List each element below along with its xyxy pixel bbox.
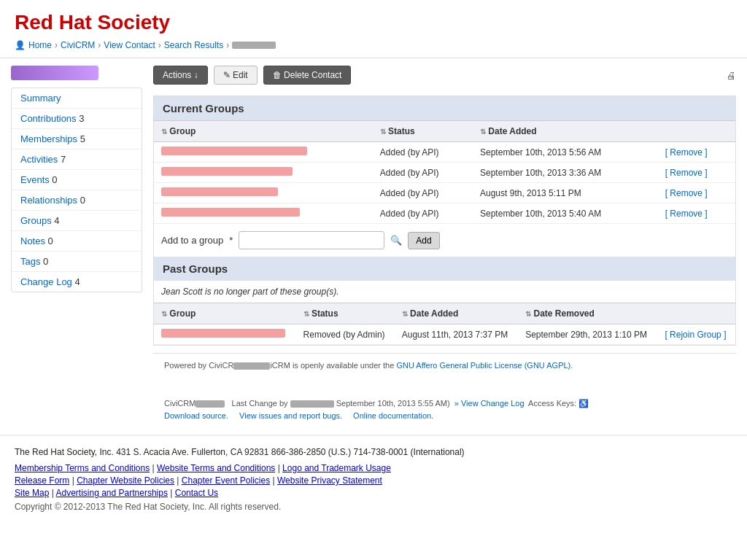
past-groups-table: ⇅ Group ⇅ Status ⇅ Date Added ⇅ Date Rem…	[154, 303, 735, 345]
action-cell[interactable]: [ Remove ]	[658, 203, 735, 224]
breadcrumb-search-results[interactable]: Search Results	[164, 40, 223, 50]
footer-links-row1: Membership Terms and Conditions | Websit…	[15, 463, 732, 473]
footer-sub-links: Download source. View issues and report …	[164, 411, 725, 420]
chapter-event-link[interactable]: Chapter Event Policies	[182, 475, 270, 486]
sidebar-item-summary[interactable]: Summary	[12, 88, 142, 109]
sidebar-item-events[interactable]: Events 0	[12, 170, 142, 190]
sitemap-link[interactable]: Site Map	[15, 488, 49, 498]
add-group-label: Add to a group	[161, 235, 223, 246]
copyright: Copyright © 2012-2013 The Red Hat Societ…	[15, 502, 732, 512]
contact-avatar	[11, 66, 98, 80]
past-col-date-removed: ⇅ Date Removed	[518, 303, 657, 324]
sidebar-item-activities[interactable]: Activities 7	[12, 149, 142, 170]
table-row: Removed (by Admin) August 11th, 2013 7:3…	[154, 324, 735, 345]
past-group-name-cell	[154, 324, 296, 345]
sidebar: Summary Contributions 3 Memberships 5 Ac…	[11, 66, 142, 427]
membership-terms-link[interactable]: Membership Terms and Conditions	[15, 463, 150, 473]
table-row: Added (by API) September 10th, 2013 5:56…	[154, 142, 735, 163]
action-cell[interactable]: [ Remove ]	[658, 142, 735, 163]
footer-links-row2: Release Form | Chapter Website Policies …	[15, 475, 732, 486]
required-marker: *	[229, 235, 233, 246]
breadcrumb-home[interactable]: Home	[28, 40, 52, 50]
col-status: ⇅ Status	[373, 121, 473, 142]
org-info: The Red Hat Society, Inc. 431 S. Acacia …	[15, 447, 732, 457]
view-changelog-link[interactable]: » View Change Log	[454, 399, 525, 408]
status-cell: Added (by API)	[373, 183, 473, 203]
past-status-cell: Removed (by Admin)	[296, 324, 395, 345]
footer-info-bar: Powered by CiviCRiCRM is openly availabl…	[153, 353, 736, 427]
toolbar: Actions ↓ ✎ Edit 🗑 Delete Contact 🖨	[153, 66, 736, 85]
sidebar-item-changelog[interactable]: Change Log 4	[12, 272, 142, 292]
chapter-website-link[interactable]: Chapter Website Policies	[77, 475, 174, 486]
add-group-row: Add to a group * 🔍 Add	[154, 224, 735, 257]
past-col-date-added: ⇅ Date Added	[395, 303, 518, 324]
actions-button[interactable]: Actions ↓	[153, 66, 208, 85]
sidebar-item-groups[interactable]: Groups 4	[12, 211, 142, 231]
add-group-input[interactable]	[239, 231, 384, 249]
sidebar-item-memberships[interactable]: Memberships 5	[12, 129, 142, 149]
search-icon: 🔍	[390, 235, 402, 246]
col-group: ⇅ Group	[154, 121, 373, 142]
past-col-action	[657, 303, 735, 324]
add-group-button[interactable]: Add	[408, 232, 439, 249]
group-name-cell	[154, 183, 373, 203]
status-cell: Added (by API)	[373, 142, 473, 163]
advertising-link[interactable]: Advertising and Partnerships	[56, 488, 168, 498]
date-added-cell: August 9th, 2013 5:11 PM	[473, 183, 658, 203]
edit-button[interactable]: ✎ Edit	[214, 66, 258, 85]
docs-link[interactable]: Online documentation.	[353, 411, 433, 420]
sidebar-item-notes[interactable]: Notes 0	[12, 231, 142, 252]
content-wrapper: Current Groups ⇅ Group ⇅ Status ⇅ Date A…	[153, 96, 736, 346]
past-action-cell[interactable]: [ Rejoin Group ]	[657, 324, 735, 345]
delete-contact-button[interactable]: 🗑 Delete Contact	[263, 66, 352, 85]
group-name-cell	[154, 163, 373, 183]
status-cell: Added (by API)	[373, 203, 473, 224]
header: Red Hat Society 👤 Home › CiviCRM › View …	[0, 0, 747, 58]
last-change-text: CiviCRM Last Change by September 10th, 2…	[164, 399, 589, 408]
privacy-statement-link[interactable]: Website Privacy Statement	[277, 475, 382, 486]
breadcrumb: 👤 Home › CiviCRM › View Contact › Search…	[15, 40, 732, 50]
current-groups-table: ⇅ Group ⇅ Status ⇅ Date Added Added (by …	[154, 120, 735, 224]
table-row: Added (by API) August 9th, 2013 5:11 PM …	[154, 183, 735, 203]
group-name-cell	[154, 142, 373, 163]
past-groups-header: Past Groups	[154, 257, 735, 281]
site-title: Red Hat Society	[15, 11, 732, 34]
sidebar-item-contributions[interactable]: Contributions 3	[12, 109, 142, 129]
col-action	[658, 121, 735, 142]
table-row: Added (by API) September 10th, 2013 3:36…	[154, 163, 735, 183]
license-link[interactable]: GNU Affero General Public License (GNU A…	[396, 361, 570, 370]
sidebar-item-relationships[interactable]: Relationships 0	[12, 190, 142, 211]
table-row: Added (by API) September 10th, 2013 5:40…	[154, 203, 735, 224]
breadcrumb-contact-name-redacted	[232, 42, 276, 49]
action-cell[interactable]: [ Remove ]	[658, 183, 735, 203]
contact-us-link[interactable]: Contact Us	[175, 488, 218, 498]
past-groups-note: Jean Scott is no longer part of these gr…	[154, 281, 735, 303]
person-icon: 👤	[15, 40, 26, 50]
breadcrumb-view-contact[interactable]: View Contact	[104, 40, 155, 50]
main-content: Summary Contributions 3 Memberships 5 Ac…	[0, 58, 747, 435]
past-col-status: ⇅ Status	[296, 303, 395, 324]
date-added-cell: September 10th, 2013 5:56 AM	[473, 142, 658, 163]
powered-by-text: Powered by CiviCRiCRM is openly availabl…	[164, 361, 573, 370]
bottom-footer: The Red Hat Society, Inc. 431 S. Acacia …	[0, 435, 747, 523]
logo-trademark-link[interactable]: Logo and Trademark Usage	[282, 463, 391, 473]
group-name-cell	[154, 203, 373, 224]
date-added-cell: September 10th, 2013 3:36 AM	[473, 163, 658, 183]
status-cell: Added (by API)	[373, 163, 473, 183]
col-date-added: ⇅ Date Added	[473, 121, 658, 142]
release-form-link[interactable]: Release Form	[15, 475, 69, 486]
issues-link[interactable]: View issues and report bugs.	[239, 411, 342, 420]
past-date-removed-cell: September 29th, 2013 1:10 PM	[518, 324, 657, 345]
past-col-group: ⇅ Group	[154, 303, 296, 324]
breadcrumb-civicrm[interactable]: CiviCRM	[61, 40, 95, 50]
footer-links-row3: Site Map | Advertising and Partnerships …	[15, 488, 732, 498]
download-source-link[interactable]: Download source.	[164, 411, 228, 420]
print-icon[interactable]: 🖨	[727, 70, 736, 81]
action-cell[interactable]: [ Remove ]	[658, 163, 735, 183]
date-added-cell: September 10th, 2013 5:40 AM	[473, 203, 658, 224]
sidebar-item-tags[interactable]: Tags 0	[12, 252, 142, 272]
content-area: Actions ↓ ✎ Edit 🗑 Delete Contact 🖨 Curr…	[153, 66, 736, 427]
current-groups-header: Current Groups	[154, 96, 735, 120]
sidebar-nav: Summary Contributions 3 Memberships 5 Ac…	[11, 88, 142, 292]
website-terms-link[interactable]: Website Terms and Conditions	[157, 463, 275, 473]
